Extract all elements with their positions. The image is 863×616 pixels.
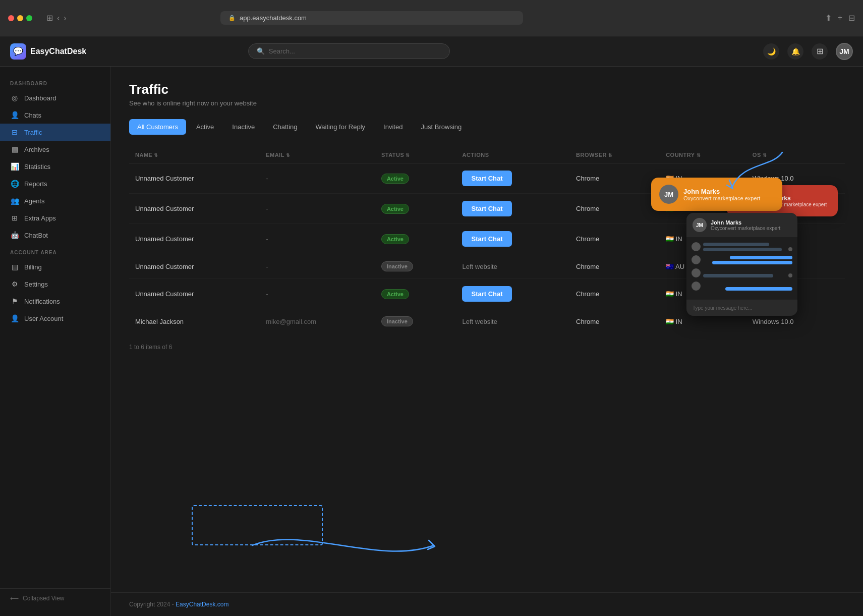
start-chat-button[interactable]: Start Chat: [462, 286, 511, 302]
sidebar-item-chats[interactable]: 👤 Chats: [0, 106, 110, 124]
sidebar: Dashboard ◎ Dashboard 👤 Chats ⊟ Traffic …: [0, 67, 111, 616]
customer-browser: Chrome: [570, 163, 660, 194]
customer-os: Windows 10.0: [746, 224, 845, 254]
forward-button[interactable]: ‹: [57, 13, 60, 23]
user-account-icon: 👤: [10, 314, 19, 322]
nav-controls: ⊞ ‹ ›: [46, 13, 67, 23]
avatar-initials: JM: [839, 47, 849, 55]
sidebar-item-user-account[interactable]: 👤 User Account: [0, 310, 110, 327]
page-title: Traffic: [129, 82, 845, 97]
sidebar-label-billing: Billing: [24, 263, 42, 271]
archives-icon: ▤: [10, 145, 19, 153]
close-traffic-light[interactable]: [8, 15, 14, 21]
search-bar[interactable]: 🔍 Search...: [248, 43, 450, 59]
tab-active[interactable]: Active: [188, 119, 222, 135]
table-row: Unnamed Customer - Active Start Chat Chr…: [129, 279, 845, 309]
customer-os: Windows 10.0: [746, 279, 845, 309]
tab-just-browsing[interactable]: Just Browsing: [413, 119, 470, 135]
sidebar-label-user-account: User Account: [24, 315, 63, 322]
main-area: Dashboard ◎ Dashboard 👤 Chats ⊟ Traffic …: [0, 67, 863, 616]
sidebar-item-statistics[interactable]: 📊 Statistics: [0, 158, 110, 175]
windows-icon[interactable]: ⊟: [848, 13, 855, 23]
col-header-email[interactable]: EMAIL: [260, 147, 375, 163]
traffic-lights: [8, 15, 32, 21]
tabs-row: All Customers Active Inactive Chatting W…: [129, 119, 845, 135]
sidebar-item-chatbot[interactable]: 🤖 ChatBot: [0, 227, 110, 244]
tab-inactive[interactable]: Inactive: [224, 119, 263, 135]
customer-email: -: [260, 163, 375, 194]
tab-invited[interactable]: Invited: [375, 119, 411, 135]
customer-name: Unnamed Customer: [129, 224, 260, 254]
table-row: Michael Jackson mike@gmail.com Inactive …: [129, 309, 845, 334]
customers-table: NAME EMAIL STATUS ACTIONS BROWSER COUNTR…: [129, 147, 845, 333]
action-cell: Start Chat: [456, 224, 570, 254]
customer-name: Unnamed Customer: [129, 163, 260, 194]
start-chat-button[interactable]: Start Chat: [462, 231, 511, 247]
agents-icon: 👥: [10, 197, 19, 205]
sidebar-item-agents[interactable]: 👥 Agents: [0, 192, 110, 209]
account-section-label: Account Area: [0, 244, 110, 258]
col-header-browser[interactable]: BROWSER: [570, 147, 660, 163]
table-row: Unnamed Customer - Active Start Chat Chr…: [129, 194, 845, 224]
pagination-info: 1 to 6 items of 6: [129, 344, 845, 351]
extra-apps-icon: ⊞: [10, 214, 19, 222]
sidebar-item-extra-apps[interactable]: ⊞ Extra Apps: [0, 209, 110, 227]
start-chat-button[interactable]: Start Chat: [462, 201, 511, 216]
col-header-status[interactable]: STATUS: [375, 147, 456, 163]
sidebar-label-archives: Archives: [24, 146, 49, 153]
tab-waiting-for-reply[interactable]: Waiting for Reply: [308, 119, 374, 135]
address-bar[interactable]: 🔒 app.easychatdesk.com: [220, 11, 523, 25]
chats-icon: 👤: [10, 111, 19, 119]
sidebar-item-billing[interactable]: ▤ Billing: [0, 258, 110, 275]
customer-status: Inactive: [375, 254, 456, 279]
footer-link[interactable]: EasyChatDesk.com: [176, 601, 228, 608]
customer-browser: Chrome: [570, 309, 660, 334]
sidebar-item-dashboard[interactable]: ◎ Dashboard: [0, 89, 110, 106]
customer-os: Windows 10.0: [746, 163, 845, 194]
footer-copyright: Copyright 2024 -: [129, 601, 176, 608]
col-header-name[interactable]: NAME: [129, 147, 260, 163]
sidebar-label-reports: Reports: [24, 180, 47, 188]
tab-all-customers[interactable]: All Customers: [129, 119, 186, 135]
minimize-traffic-light[interactable]: [17, 15, 23, 21]
user-avatar-button[interactable]: JM: [836, 43, 853, 60]
app-name: EasyChatDesk: [30, 47, 86, 56]
customer-country: 🇦🇺 AU: [660, 254, 746, 279]
content-area: Traffic See who is online right now on y…: [111, 67, 863, 592]
sidebar-item-reports[interactable]: 🌐 Reports: [0, 175, 110, 192]
logo-icon: 💬: [10, 43, 26, 60]
customer-country: 🇮🇳 IN: [660, 194, 746, 224]
customer-status: Active: [375, 279, 456, 309]
action-cell: Start Chat: [456, 163, 570, 194]
notifications-bell-button[interactable]: 🔔: [787, 43, 803, 60]
col-header-country[interactable]: COUNTRY: [660, 147, 746, 163]
customer-name: Unnamed Customer: [129, 254, 260, 279]
col-header-os[interactable]: OS: [746, 147, 845, 163]
customer-browser: Chrome: [570, 194, 660, 224]
customer-email: mike@gmail.com: [260, 309, 375, 334]
theme-toggle-button[interactable]: 🌙: [763, 43, 779, 60]
sidebar-item-notifications[interactable]: ⚑ Notifications: [0, 293, 110, 310]
sidebar-item-traffic[interactable]: ⊟ Traffic: [0, 124, 110, 141]
customer-browser: Chrome: [570, 224, 660, 254]
tab-chatting[interactable]: Chatting: [265, 119, 305, 135]
share-icon[interactable]: ⬆: [825, 13, 832, 23]
maximize-traffic-light[interactable]: [26, 15, 32, 21]
customer-browser: Chrome: [570, 254, 660, 279]
url-text: app.easychatdesk.com: [240, 14, 307, 22]
page-subtitle: See who is online right now on your webs…: [129, 99, 845, 107]
chatbot-icon: 🤖: [10, 231, 19, 239]
apps-grid-button[interactable]: ⊞: [812, 43, 828, 60]
customer-name: Michael Jackson: [129, 309, 260, 334]
sidebar-item-archives[interactable]: ▤ Archives: [0, 141, 110, 158]
left-website-text: Left website: [462, 318, 497, 325]
sidebar-label-chatbot: ChatBot: [24, 232, 48, 239]
traffic-icon: ⊟: [10, 128, 19, 136]
customer-os: Windows 10.0: [746, 194, 845, 224]
new-tab-icon[interactable]: +: [838, 13, 842, 23]
back-button[interactable]: ⊞: [46, 13, 53, 23]
start-chat-button[interactable]: Start Chat: [462, 171, 511, 186]
forward-nav-button[interactable]: ›: [64, 13, 66, 23]
collapsed-view-button[interactable]: ⟵ Collapsed View: [0, 588, 110, 608]
sidebar-item-settings[interactable]: ⚙ Settings: [0, 275, 110, 293]
